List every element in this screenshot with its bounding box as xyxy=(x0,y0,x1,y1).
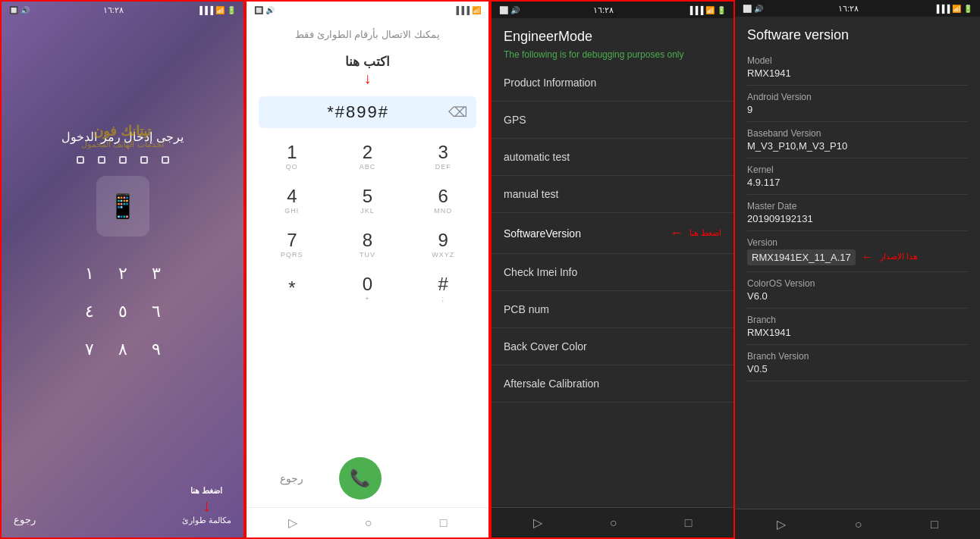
menu-item-imei[interactable]: Check Imei Info xyxy=(492,254,733,291)
menu-label-auto: automatic test xyxy=(504,151,721,163)
sw-item-android: Android Version 9 xyxy=(747,86,968,122)
engineer-panel: ⬜ 🔊 ١٦:٢٨ ▐▐▐ 📶 🔋 EngineerMode The follo… xyxy=(490,0,735,539)
dial-key-0[interactable]: 0+ xyxy=(330,266,406,310)
dial-key-7[interactable]: 7PQRS xyxy=(254,222,330,266)
play-nav-icon[interactable]: ▷ xyxy=(288,515,297,530)
sw-value-version: RMX1941EX_11_A.17 xyxy=(747,249,856,265)
menu-item-pcb[interactable]: PCB num xyxy=(492,291,733,328)
status-right-2: ▐▐▐ 📶 xyxy=(454,6,481,14)
software-arrow-row: ← اضغط هنا xyxy=(670,225,721,241)
back-eng-icon[interactable]: □ xyxy=(685,516,693,530)
menu-item-aftersale[interactable]: Aftersale Calibration xyxy=(492,365,733,403)
menu-item-gps[interactable]: GPS xyxy=(492,102,733,139)
dial-key-hash[interactable]: #; xyxy=(405,266,481,310)
menu-label-software: SoftwareVersion xyxy=(504,227,670,240)
dial-key-6[interactable]: 6MNO xyxy=(405,178,481,222)
back-sw-icon[interactable]: □ xyxy=(931,518,938,531)
call-button[interactable]: 📞 xyxy=(339,457,382,500)
sw-value-kernel: 4.9.117 xyxy=(747,177,968,188)
status-bar-2: 🔲 🔊 ١٦:٢٨ ▐▐▐ 📶 xyxy=(247,2,488,18)
emergency-only-label: يمكنك الاتصال بأرقام الطوارئ فقط xyxy=(262,29,473,40)
eng-nav: ▷ ○ □ xyxy=(492,507,733,537)
play-sw-icon[interactable]: ▷ xyxy=(777,517,786,531)
back-nav-icon[interactable]: □ xyxy=(440,516,448,530)
dial-key-3[interactable]: 3DEF xyxy=(405,134,481,178)
pin-dot-5 xyxy=(162,156,169,164)
pin-dot-2 xyxy=(98,156,105,164)
status-right-1: ▐▐▐ 📶 🔋 xyxy=(197,6,236,14)
sw-item-model: Model RMX1941 xyxy=(747,49,968,86)
home-nav-icon[interactable]: ○ xyxy=(365,516,372,530)
emergency-call-label[interactable]: مكالمة طوارئ xyxy=(182,515,231,525)
menu-item-manual[interactable]: manual test xyxy=(492,176,733,213)
dial-key-4[interactable]: 4GHI xyxy=(254,178,330,222)
status-right-3: ▐▐▐ 📶 🔋 xyxy=(687,6,726,14)
sw-item-branch-ver: Branch Version V0.5 xyxy=(747,345,968,381)
version-red-arrow: ← xyxy=(862,250,874,264)
volume-icon-2: 🔊 xyxy=(265,6,275,14)
eng-debug-label: The following is for debugging purposes … xyxy=(504,49,721,60)
dial-key-5[interactable]: 5JKL xyxy=(330,178,406,222)
sw-label-branch-ver: Branch Version xyxy=(747,351,968,362)
phone-image-area: 📱 xyxy=(85,176,161,244)
arabic-numpad[interactable]: ١ ٢ ٣ ٤ ٥ ٦ ٧ ٨ ٩ xyxy=(62,256,184,367)
play-eng-icon[interactable]: ▷ xyxy=(533,515,542,530)
dial-key-2[interactable]: 2ABC xyxy=(330,134,406,178)
menu-item-cover[interactable]: Back Cover Color xyxy=(492,328,733,365)
home-sw-icon[interactable]: ○ xyxy=(855,518,862,531)
dialer-input[interactable]: *#899# xyxy=(268,102,448,122)
dialer-back-label[interactable]: رجوع xyxy=(280,472,303,484)
key-3-ar[interactable]: ٣ xyxy=(152,264,161,284)
dialer-input-row[interactable]: *#899# ⌫ xyxy=(259,96,476,128)
back-label-lock[interactable]: رجوع xyxy=(14,514,36,525)
key-7-ar[interactable]: ٧ xyxy=(85,340,94,359)
sw-value-coloros: V6.0 xyxy=(747,290,968,302)
lock-middle: يرجى إدخال رمز الدخول 📱 ١ ٢ ٣ ٤ ٥ ٦ ٧ ٨ … xyxy=(2,18,243,478)
key-6-ar[interactable]: ٦ xyxy=(152,302,161,321)
time-1: ١٦:٢٨ xyxy=(103,5,124,15)
menu-item-product[interactable]: Product Information xyxy=(492,64,733,102)
sw-title-bar: Software version xyxy=(735,17,980,49)
status-left-1: 🔲 🔊 xyxy=(9,6,30,14)
key-9-ar[interactable]: ٩ xyxy=(152,340,161,359)
dial-key-9[interactable]: 9WXYZ xyxy=(405,222,481,266)
eng-title: EngineerMode xyxy=(504,29,721,45)
sw-value-android: 9 xyxy=(747,104,968,115)
sw-version-highlight-row: RMX1941EX_11_A.17 ← هذا الإصدار xyxy=(747,248,968,265)
backspace-button[interactable]: ⌫ xyxy=(448,104,467,121)
key-5-ar[interactable]: ٥ xyxy=(118,302,127,321)
sw-label-baseband: Baseband Version xyxy=(747,128,968,139)
battery-icon-full-1: 🔋 xyxy=(227,6,236,14)
volume-4: 🔊 xyxy=(754,5,763,13)
down-arrow-lock: ↓ xyxy=(203,496,211,515)
status-bar-1: 🔲 🔊 ١٦:٢٨ ▐▐▐ 📶 🔋 xyxy=(2,2,243,18)
dialer-bottom: رجوع 📞 xyxy=(247,450,488,507)
menu-item-software[interactable]: SoftwareVersion ← اضغط هنا xyxy=(492,213,733,254)
menu-item-auto[interactable]: automatic test xyxy=(492,139,733,176)
dial-key-1[interactable]: 1QO xyxy=(254,134,330,178)
key-4-ar[interactable]: ٤ xyxy=(85,302,94,321)
sw-label-android: Android Version xyxy=(747,92,968,102)
home-eng-icon[interactable]: ○ xyxy=(610,516,617,530)
pin-dot-1 xyxy=(77,156,84,164)
sw-item-branch: Branch RMX1941 xyxy=(747,309,968,345)
sw-item-version: Version RMX1941EX_11_A.17 ← هذا الإصدار xyxy=(747,231,968,272)
status-left-3: ⬜ 🔊 xyxy=(499,6,520,14)
key-1-ar[interactable]: ١ xyxy=(85,264,94,284)
battery-icon-2: 🔲 xyxy=(254,6,263,14)
phone-call-icon: 📞 xyxy=(350,468,370,488)
sw-items-list: Model RMX1941 Android Version 9 Baseband… xyxy=(735,49,980,509)
version-arrow-label: هذا الإصدار xyxy=(880,252,918,262)
pin-dot-4 xyxy=(140,156,148,164)
key-2-ar[interactable]: ٢ xyxy=(118,264,127,284)
dial-key-star[interactable]: * xyxy=(254,266,330,310)
write-arrow-icon: ↓ xyxy=(247,70,488,87)
lockscreen-panel: 🔲 🔊 ١٦:٢٨ ▐▐▐ 📶 🔋 يرجى إدخال رمز الدخول … xyxy=(0,0,245,539)
menu-label-cover: Back Cover Color xyxy=(504,340,721,353)
dial-key-8[interactable]: 8TUV xyxy=(330,222,406,266)
key-8-ar[interactable]: ٨ xyxy=(118,340,127,359)
menu-label-product: Product Information xyxy=(504,77,721,89)
icons-3: ▐▐▐ 📶 🔋 xyxy=(687,6,726,14)
software-version-panel: ⬜ 🔊 ١٦:٢٨ ▐▐▐ 📶 🔋 Software version Model… xyxy=(735,0,980,539)
menu-label-gps: GPS xyxy=(504,114,721,126)
